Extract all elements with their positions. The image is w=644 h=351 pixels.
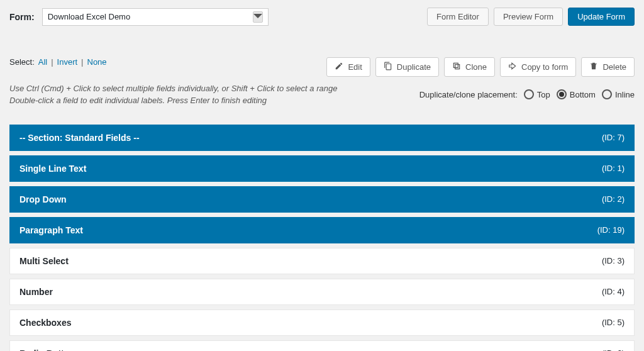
field-id: (ID: 7) [602, 133, 625, 142]
form-select-value: Download Excel Demo [48, 12, 131, 21]
pencil-icon [335, 62, 343, 72]
field-id: (ID: 1) [602, 164, 625, 173]
field-row[interactable]: Multi Select(ID: 3) [9, 248, 635, 274]
radio-icon [557, 89, 567, 99]
field-id: (ID: 5) [602, 318, 625, 327]
select-none-link[interactable]: None [87, 57, 107, 67]
field-label: Drop Down [19, 194, 67, 204]
field-label: Multi Select [19, 256, 69, 266]
delete-button[interactable]: Delete [581, 57, 635, 77]
separator: | [81, 57, 83, 67]
copy-to-form-button[interactable]: Copy to form [500, 57, 576, 77]
placement-inline-radio[interactable]: Inline [602, 89, 635, 99]
chevron-down-icon [253, 11, 263, 23]
edit-label: Edit [348, 62, 362, 72]
field-row[interactable]: Checkboxes(ID: 5) [9, 309, 635, 336]
radio-icon [524, 89, 534, 99]
clone-icon [452, 62, 461, 72]
field-row[interactable]: Drop Down(ID: 2) [9, 186, 635, 213]
edit-button[interactable]: Edit [326, 57, 370, 77]
placement-bottom-radio[interactable]: Bottom [557, 89, 596, 99]
field-label: Radio Buttons [19, 348, 80, 351]
form-editor-button[interactable]: Form Editor [427, 8, 489, 26]
field-id: (ID: 3) [602, 256, 625, 265]
field-row[interactable]: Number(ID: 4) [9, 279, 635, 305]
duplicate-label: Duplicate [397, 62, 431, 72]
clone-label: Clone [465, 62, 487, 72]
field-label: Single Line Text [19, 164, 86, 174]
trash-icon [589, 62, 598, 72]
arrow-right-icon [508, 62, 517, 72]
form-select[interactable]: Download Excel Demo [42, 8, 269, 26]
select-label: Select: [9, 57, 35, 67]
field-row[interactable]: Paragraph Text(ID: 19) [9, 217, 635, 243]
help-line-2: Double-click a field to edit individual … [9, 95, 337, 107]
placement-inline-label: Inline [615, 90, 635, 99]
placement-top-label: Top [537, 90, 550, 99]
preview-form-button[interactable]: Preview Form [494, 8, 563, 26]
field-id: (ID: 4) [602, 287, 625, 296]
separator: | [51, 57, 53, 67]
field-id: (ID: 19) [597, 225, 625, 235]
field-label: Checkboxes [19, 318, 71, 328]
field-label: -- Section: Standard Fields -- [19, 133, 140, 143]
duplicate-button[interactable]: Duplicate [375, 57, 439, 77]
field-id: (ID: 2) [602, 194, 625, 204]
field-label: Paragraph Text [19, 225, 83, 235]
select-all-link[interactable]: All [38, 57, 47, 67]
field-row[interactable]: Single Line Text(ID: 1) [9, 155, 635, 182]
copy-icon [384, 62, 392, 72]
placement-bottom-label: Bottom [570, 90, 596, 99]
delete-label: Delete [602, 62, 626, 72]
help-text: Use Ctrl (Cmd) + Click to select multipl… [9, 83, 337, 107]
field-row[interactable]: -- Section: Standard Fields --(ID: 7) [9, 125, 635, 151]
field-label: Number [19, 287, 53, 297]
clone-button[interactable]: Clone [444, 57, 495, 77]
placement-label: Duplicate/clone placement: [419, 90, 518, 99]
placement-top-radio[interactable]: Top [524, 89, 550, 99]
radio-icon [602, 89, 612, 99]
field-row[interactable]: Radio Buttons(ID: 6) [9, 340, 635, 351]
update-form-button[interactable]: Update Form [568, 8, 635, 26]
form-label: Form: [9, 12, 35, 22]
copy-to-form-label: Copy to form [521, 62, 568, 72]
field-id: (ID: 6) [602, 348, 625, 351]
help-line-1: Use Ctrl (Cmd) + Click to select multipl… [9, 83, 337, 95]
select-invert-link[interactable]: Invert [57, 57, 78, 67]
